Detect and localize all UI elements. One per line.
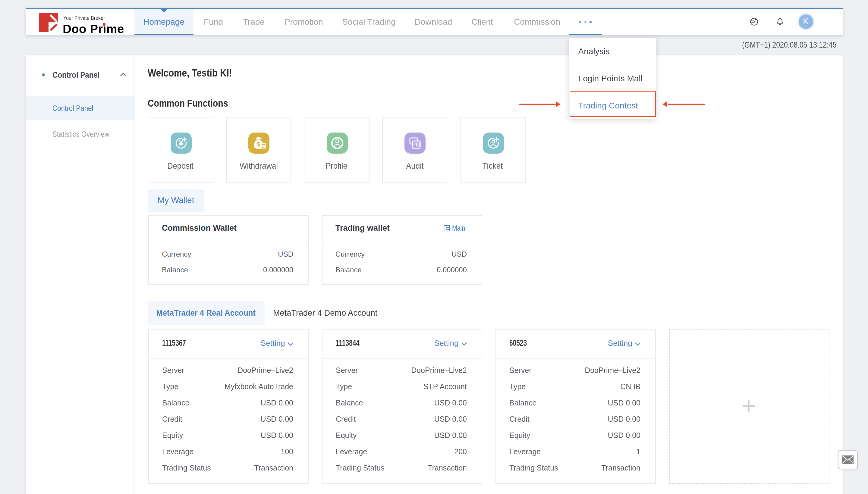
svg-text:$: $ <box>257 141 260 148</box>
